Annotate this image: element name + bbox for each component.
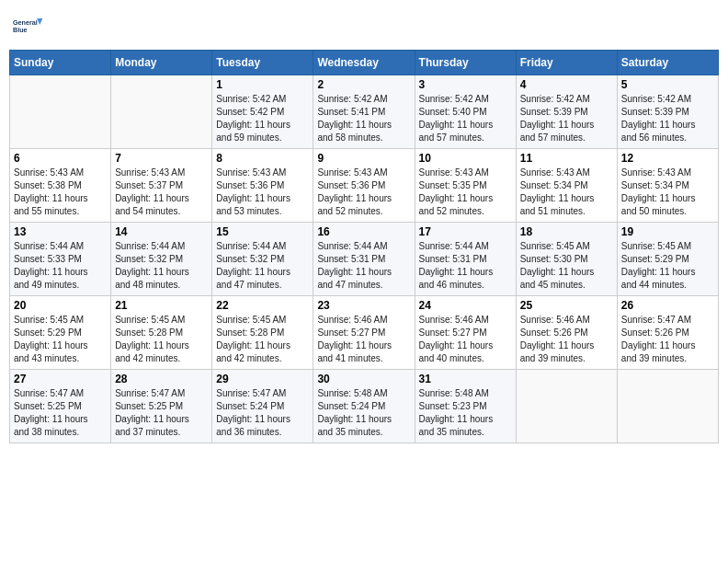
calendar-cell: 10Sunrise: 5:43 AM Sunset: 5:35 PM Dayli… (415, 149, 516, 223)
day-info: Sunrise: 5:43 AM Sunset: 5:36 PM Dayligh… (317, 167, 410, 218)
svg-text:Blue: Blue (13, 26, 28, 34)
day-number: 11 (520, 152, 613, 165)
day-number: 17 (419, 225, 512, 238)
day-info: Sunrise: 5:48 AM Sunset: 5:24 PM Dayligh… (317, 387, 410, 439)
calendar-cell: 1Sunrise: 5:42 AM Sunset: 5:42 PM Daylig… (212, 75, 313, 149)
calendar-cell: 15Sunrise: 5:44 AM Sunset: 5:32 PM Dayli… (212, 223, 313, 296)
day-info: Sunrise: 5:43 AM Sunset: 5:34 PM Dayligh… (621, 167, 714, 218)
day-number: 2 (317, 78, 410, 91)
calendar-cell (10, 75, 111, 149)
day-info: Sunrise: 5:44 AM Sunset: 5:33 PM Dayligh… (14, 240, 107, 292)
calendar-cell: 19Sunrise: 5:45 AM Sunset: 5:29 PM Dayli… (617, 223, 718, 296)
calendar-cell: 14Sunrise: 5:44 AM Sunset: 5:32 PM Dayli… (111, 223, 212, 296)
day-info: Sunrise: 5:45 AM Sunset: 5:28 PM Dayligh… (115, 314, 208, 365)
day-info: Sunrise: 5:43 AM Sunset: 5:37 PM Dayligh… (115, 167, 208, 218)
calendar-cell: 22Sunrise: 5:45 AM Sunset: 5:28 PM Dayli… (212, 296, 313, 370)
day-number: 10 (419, 152, 512, 165)
day-number: 13 (14, 225, 107, 238)
calendar-cell: 13Sunrise: 5:44 AM Sunset: 5:33 PM Dayli… (10, 223, 111, 296)
week-row-2: 6Sunrise: 5:43 AM Sunset: 5:38 PM Daylig… (10, 149, 719, 223)
calendar-cell: 2Sunrise: 5:42 AM Sunset: 5:41 PM Daylig… (313, 75, 415, 149)
calendar-cell: 25Sunrise: 5:46 AM Sunset: 5:26 PM Dayli… (516, 296, 617, 370)
calendar-cell: 21Sunrise: 5:45 AM Sunset: 5:28 PM Dayli… (111, 296, 212, 370)
day-info: Sunrise: 5:47 AM Sunset: 5:25 PM Dayligh… (115, 387, 208, 439)
calendar-header: SundayMondayTuesdayWednesdayThursdayFrid… (10, 51, 719, 75)
week-row-3: 13Sunrise: 5:44 AM Sunset: 5:33 PM Dayli… (10, 223, 719, 296)
header-sunday: Sunday (10, 51, 111, 75)
header-thursday: Thursday (415, 51, 516, 75)
header-tuesday: Tuesday (212, 51, 313, 75)
day-number: 29 (216, 373, 309, 385)
logo: GeneralBlue (13, 9, 50, 42)
calendar-body: 1Sunrise: 5:42 AM Sunset: 5:42 PM Daylig… (10, 75, 719, 443)
day-number: 20 (14, 299, 107, 312)
calendar-cell (111, 75, 212, 149)
day-info: Sunrise: 5:42 AM Sunset: 5:39 PM Dayligh… (520, 93, 613, 144)
day-number: 3 (419, 78, 512, 91)
calendar-table: SundayMondayTuesdayWednesdayThursdayFrid… (9, 50, 719, 443)
calendar-cell: 24Sunrise: 5:46 AM Sunset: 5:27 PM Dayli… (415, 296, 516, 370)
calendar-cell: 5Sunrise: 5:42 AM Sunset: 5:39 PM Daylig… (617, 75, 718, 149)
day-info: Sunrise: 5:44 AM Sunset: 5:31 PM Dayligh… (419, 240, 512, 292)
day-info: Sunrise: 5:46 AM Sunset: 5:26 PM Dayligh… (520, 314, 613, 365)
day-info: Sunrise: 5:47 AM Sunset: 5:25 PM Dayligh… (14, 387, 107, 439)
calendar-cell: 30Sunrise: 5:48 AM Sunset: 5:24 PM Dayli… (313, 370, 415, 443)
header-monday: Monday (111, 51, 212, 75)
calendar-cell: 11Sunrise: 5:43 AM Sunset: 5:34 PM Dayli… (516, 149, 617, 223)
week-row-1: 1Sunrise: 5:42 AM Sunset: 5:42 PM Daylig… (10, 75, 719, 149)
calendar-cell: 17Sunrise: 5:44 AM Sunset: 5:31 PM Dayli… (415, 223, 516, 296)
calendar-cell: 23Sunrise: 5:46 AM Sunset: 5:27 PM Dayli… (313, 296, 415, 370)
calendar-cell: 6Sunrise: 5:43 AM Sunset: 5:38 PM Daylig… (10, 149, 111, 223)
day-number: 18 (520, 225, 613, 238)
day-info: Sunrise: 5:43 AM Sunset: 5:38 PM Dayligh… (14, 167, 107, 218)
calendar-cell: 26Sunrise: 5:47 AM Sunset: 5:26 PM Dayli… (617, 296, 718, 370)
calendar-cell: 3Sunrise: 5:42 AM Sunset: 5:40 PM Daylig… (415, 75, 516, 149)
day-info: Sunrise: 5:45 AM Sunset: 5:28 PM Dayligh… (216, 314, 309, 365)
day-number: 9 (317, 152, 410, 165)
day-info: Sunrise: 5:44 AM Sunset: 5:32 PM Dayligh… (216, 240, 309, 292)
calendar-cell: 7Sunrise: 5:43 AM Sunset: 5:37 PM Daylig… (111, 149, 212, 223)
day-info: Sunrise: 5:45 AM Sunset: 5:30 PM Dayligh… (520, 240, 613, 292)
days-of-week-row: SundayMondayTuesdayWednesdayThursdayFrid… (10, 51, 719, 75)
day-number: 23 (317, 299, 410, 312)
header-saturday: Saturday (617, 51, 718, 75)
calendar-cell: 18Sunrise: 5:45 AM Sunset: 5:30 PM Dayli… (516, 223, 617, 296)
page-header: GeneralBlue (9, 9, 719, 42)
day-info: Sunrise: 5:42 AM Sunset: 5:42 PM Dayligh… (216, 93, 309, 144)
day-number: 27 (14, 373, 107, 385)
logo-icon: GeneralBlue (13, 9, 46, 42)
calendar-cell: 27Sunrise: 5:47 AM Sunset: 5:25 PM Dayli… (10, 370, 111, 443)
calendar-cell: 12Sunrise: 5:43 AM Sunset: 5:34 PM Dayli… (617, 149, 718, 223)
calendar-cell: 4Sunrise: 5:42 AM Sunset: 5:39 PM Daylig… (516, 75, 617, 149)
calendar-cell: 20Sunrise: 5:45 AM Sunset: 5:29 PM Dayli… (10, 296, 111, 370)
calendar-cell: 28Sunrise: 5:47 AM Sunset: 5:25 PM Dayli… (111, 370, 212, 443)
calendar-cell: 16Sunrise: 5:44 AM Sunset: 5:31 PM Dayli… (313, 223, 415, 296)
day-number: 15 (216, 225, 309, 238)
day-info: Sunrise: 5:44 AM Sunset: 5:32 PM Dayligh… (115, 240, 208, 292)
day-number: 21 (115, 299, 208, 312)
day-info: Sunrise: 5:42 AM Sunset: 5:41 PM Dayligh… (317, 93, 410, 144)
day-info: Sunrise: 5:42 AM Sunset: 5:40 PM Dayligh… (419, 93, 512, 144)
day-info: Sunrise: 5:45 AM Sunset: 5:29 PM Dayligh… (14, 314, 107, 365)
day-info: Sunrise: 5:42 AM Sunset: 5:39 PM Dayligh… (621, 93, 714, 144)
day-number: 16 (317, 225, 410, 238)
day-number: 30 (317, 373, 410, 385)
day-number: 1 (216, 78, 309, 91)
svg-text:General: General (13, 18, 38, 27)
day-number: 6 (14, 152, 107, 165)
day-info: Sunrise: 5:43 AM Sunset: 5:35 PM Dayligh… (419, 167, 512, 218)
day-info: Sunrise: 5:44 AM Sunset: 5:31 PM Dayligh… (317, 240, 410, 292)
day-info: Sunrise: 5:47 AM Sunset: 5:24 PM Dayligh… (216, 387, 309, 439)
day-info: Sunrise: 5:45 AM Sunset: 5:29 PM Dayligh… (621, 240, 714, 292)
day-info: Sunrise: 5:48 AM Sunset: 5:23 PM Dayligh… (419, 387, 512, 439)
day-number: 22 (216, 299, 309, 312)
day-number: 12 (621, 152, 714, 165)
day-info: Sunrise: 5:46 AM Sunset: 5:27 PM Dayligh… (419, 314, 512, 365)
svg-marker-2 (37, 18, 42, 25)
header-friday: Friday (516, 51, 617, 75)
day-number: 14 (115, 225, 208, 238)
day-number: 28 (115, 373, 208, 385)
day-info: Sunrise: 5:47 AM Sunset: 5:26 PM Dayligh… (621, 314, 714, 365)
calendar-cell: 31Sunrise: 5:48 AM Sunset: 5:23 PM Dayli… (415, 370, 516, 443)
day-number: 25 (520, 299, 613, 312)
